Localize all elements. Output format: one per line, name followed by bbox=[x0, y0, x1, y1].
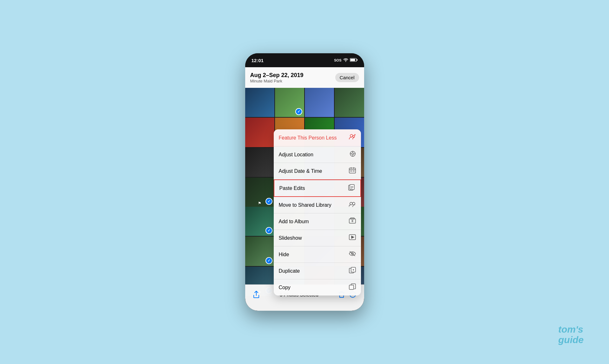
menu-item-hide[interactable]: Hide bbox=[274, 246, 361, 263]
menu-item-copy[interactable]: Copy bbox=[274, 279, 361, 296]
toms-guide-watermark: tom's guide bbox=[558, 324, 584, 345]
status-bar: 12:01 SOS bbox=[245, 53, 364, 67]
adjust-date-time-label: Adjust Date & Time bbox=[279, 168, 322, 174]
svg-rect-18 bbox=[350, 171, 352, 172]
selected-badge-4 bbox=[265, 257, 272, 264]
flag-icon-1: ⚑ bbox=[258, 201, 261, 205]
svg-rect-39 bbox=[349, 285, 354, 289]
slideshow-label: Slideshow bbox=[279, 235, 302, 241]
header-overlay: Aug 2–Sep 22, 2019 Minute Maid Park Canc… bbox=[245, 67, 364, 88]
adjust-location-label: Adjust Location bbox=[279, 152, 313, 158]
cancel-button[interactable]: Cancel bbox=[335, 73, 359, 82]
photo-cell-17[interactable] bbox=[245, 207, 274, 236]
feature-person-less-label: Feature This Person Less bbox=[279, 135, 337, 141]
svg-point-25 bbox=[350, 202, 352, 205]
svg-point-4 bbox=[350, 134, 353, 137]
phone-frame: ⚑ bbox=[245, 53, 364, 311]
paste-edits-icon bbox=[348, 184, 355, 192]
svg-point-5 bbox=[353, 135, 355, 137]
menu-item-slideshow[interactable]: Slideshow bbox=[274, 230, 361, 246]
svg-point-0 bbox=[345, 61, 346, 62]
hide-icon bbox=[349, 250, 356, 258]
svg-rect-21 bbox=[350, 185, 354, 190]
photo-cell-2[interactable] bbox=[275, 88, 304, 117]
watermark-line1: tom's bbox=[558, 324, 584, 335]
adjust-location-icon bbox=[350, 151, 356, 159]
svg-rect-28 bbox=[350, 218, 354, 219]
copy-icon bbox=[349, 283, 356, 291]
menu-item-feature-person-less[interactable]: Feature This Person Less bbox=[274, 129, 361, 146]
svg-rect-3 bbox=[350, 59, 355, 61]
selected-badge-2 bbox=[265, 198, 272, 205]
location-subtitle: Minute Maid Park bbox=[250, 79, 304, 83]
selected-badge-3 bbox=[265, 227, 272, 234]
share-button[interactable] bbox=[253, 291, 260, 298]
header-text: Aug 2–Sep 22, 2019 Minute Maid Park bbox=[250, 72, 304, 83]
wifi-icon bbox=[343, 58, 348, 63]
photo-cell-9[interactable] bbox=[245, 148, 274, 177]
photo-cell-1[interactable] bbox=[245, 88, 274, 117]
svg-point-9 bbox=[352, 153, 354, 155]
watermark-line2: guide bbox=[558, 335, 584, 345]
add-to-album-label: Add to Album bbox=[279, 219, 309, 224]
battery-icon bbox=[350, 58, 358, 63]
paste-edits-label: Paste Edits bbox=[279, 185, 305, 191]
status-time: 12:01 bbox=[252, 58, 264, 63]
menu-item-duplicate[interactable]: Duplicate bbox=[274, 263, 361, 279]
menu-item-add-to-album[interactable]: Add to Album bbox=[274, 213, 361, 230]
svg-rect-2 bbox=[357, 59, 357, 61]
photo-cell-3[interactable] bbox=[305, 88, 334, 117]
hide-label: Hide bbox=[279, 252, 289, 257]
copy-label: Copy bbox=[279, 285, 291, 290]
duplicate-icon bbox=[349, 267, 356, 275]
sos-label: SOS bbox=[334, 58, 341, 62]
photo-cell-4[interactable] bbox=[335, 88, 364, 117]
menu-item-move-to-shared[interactable]: Move to Shared Library bbox=[274, 197, 361, 213]
svg-rect-19 bbox=[353, 171, 354, 172]
add-to-album-icon bbox=[349, 218, 356, 225]
svg-rect-14 bbox=[349, 168, 356, 173]
context-menu: Feature This Person Less Adjust Location bbox=[274, 129, 361, 296]
menu-item-paste-edits[interactable]: Paste Edits bbox=[274, 179, 361, 197]
menu-item-adjust-date-time[interactable]: Adjust Date & Time bbox=[274, 163, 361, 179]
duplicate-label: Duplicate bbox=[279, 268, 300, 274]
adjust-date-time-icon bbox=[349, 167, 356, 175]
feature-person-less-icon bbox=[349, 133, 356, 142]
date-range-title: Aug 2–Sep 22, 2019 bbox=[250, 72, 304, 79]
slideshow-icon bbox=[349, 234, 356, 242]
photo-cell-13[interactable]: ⚑ bbox=[245, 178, 274, 207]
status-icons: SOS bbox=[334, 58, 357, 63]
move-to-shared-icon bbox=[349, 201, 356, 209]
svg-point-26 bbox=[352, 202, 355, 205]
photo-cell-5[interactable] bbox=[245, 118, 274, 147]
menu-item-adjust-location[interactable]: Adjust Location bbox=[274, 146, 361, 163]
svg-marker-32 bbox=[351, 236, 354, 238]
move-to-shared-label: Move to Shared Library bbox=[279, 202, 331, 208]
photo-cell-21[interactable] bbox=[245, 237, 274, 266]
